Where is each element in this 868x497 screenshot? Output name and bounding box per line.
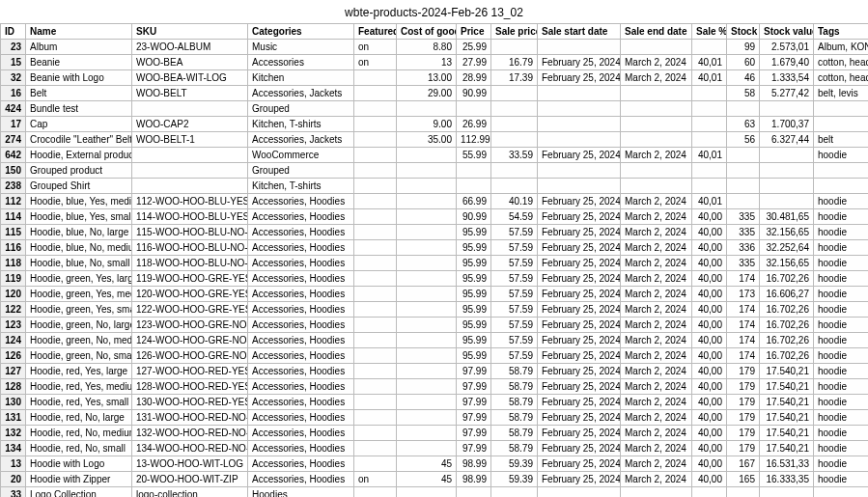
table-row[interactable]: 274Crocodile "Leather" BeltWOO-BELT-1Acc… <box>1 132 869 148</box>
cell-stock_value[interactable]: 32.252,64 <box>760 240 814 256</box>
cell-sku[interactable]: 112-WOO-HOO-BLU-YES-MED <box>132 194 248 209</box>
cell-sale_end[interactable] <box>621 132 692 148</box>
table-row[interactable]: 118Hoodie, blue, No, small118-WOO-HOO-BL… <box>1 256 869 271</box>
cell-sale_start[interactable] <box>538 132 621 148</box>
cell-stock_value[interactable] <box>760 194 814 209</box>
cell-sale_start[interactable]: February 25, 2024 <box>538 256 621 271</box>
cell-categories[interactable]: Kitchen <box>248 70 354 86</box>
cell-sale_price[interactable]: 57.59 <box>491 318 538 333</box>
cell-featured[interactable] <box>354 194 397 209</box>
cell-sale_pct[interactable]: 40,00 <box>692 441 727 456</box>
cell-featured[interactable] <box>354 395 397 410</box>
cell-categories[interactable]: Kitchen, T-shirts <box>248 179 354 194</box>
table-row[interactable]: 150Grouped productGrouped <box>1 163 869 179</box>
cell-price[interactable]: 97.99 <box>457 410 491 426</box>
cell-name[interactable]: Belt <box>26 86 132 101</box>
cell-sale_start[interactable]: February 25, 2024 <box>538 209 621 225</box>
cell-sale_start[interactable] <box>538 487 621 498</box>
cell-sale_end[interactable] <box>621 163 692 179</box>
cell-sale_pct[interactable]: 40,00 <box>692 240 727 256</box>
cell-sale_price[interactable]: 57.59 <box>491 225 538 240</box>
cell-stock_value[interactable]: 16.702,26 <box>760 318 814 333</box>
cell-featured[interactable] <box>354 132 397 148</box>
cell-id[interactable]: 127 <box>1 364 26 379</box>
cell-id[interactable]: 23 <box>1 40 26 55</box>
cell-price[interactable]: 26.99 <box>457 117 491 132</box>
cell-sale_price[interactable]: 54.59 <box>491 209 538 225</box>
cell-id[interactable]: 17 <box>1 117 26 132</box>
cell-stock[interactable]: 63 <box>727 117 760 132</box>
cell-sale_pct[interactable] <box>692 40 727 55</box>
cell-price[interactable]: 98.99 <box>457 456 491 472</box>
cell-stock_value[interactable]: 5.277,42 <box>760 86 814 101</box>
col-price[interactable]: Price <box>457 24 491 40</box>
cell-stock[interactable]: 335 <box>727 225 760 240</box>
cell-cost[interactable] <box>397 240 457 256</box>
cell-name[interactable]: Hoodie, red, Yes, medium <box>26 379 132 395</box>
cell-tags[interactable]: hoodie <box>814 456 869 472</box>
cell-sale_pct[interactable]: 40,00 <box>692 333 727 348</box>
cell-featured[interactable] <box>354 209 397 225</box>
cell-sale_price[interactable]: 58.79 <box>491 379 538 395</box>
cell-id[interactable]: 33 <box>1 487 26 498</box>
cell-sku[interactable]: 134-WOO-HOO-RED-NO-SMA <box>132 441 248 456</box>
cell-name[interactable]: Grouped product <box>26 163 132 179</box>
cell-tags[interactable] <box>814 101 869 117</box>
cell-price[interactable]: 90.99 <box>457 86 491 101</box>
cell-name[interactable]: Hoodie, blue, No, medium <box>26 240 132 256</box>
cell-sale_price[interactable] <box>491 101 538 117</box>
cell-tags[interactable]: hoodie <box>814 287 869 302</box>
table-row[interactable]: 23Album23-WOO-ALBUMMusicon8.8025.99992.5… <box>1 40 869 55</box>
cell-sale_end[interactable]: March 2, 2024 <box>621 426 692 441</box>
cell-stock_value[interactable]: 2.573,01 <box>760 40 814 55</box>
col-categories[interactable]: Categories <box>248 24 354 40</box>
cell-featured[interactable] <box>354 348 397 364</box>
cell-categories[interactable]: Accessories, Jackets <box>248 86 354 101</box>
cell-sale_pct[interactable] <box>692 101 727 117</box>
cell-stock_value[interactable] <box>760 163 814 179</box>
cell-tags[interactable]: hoodie <box>814 271 869 287</box>
cell-sale_price[interactable]: 17.39 <box>491 70 538 86</box>
cell-stock_value[interactable]: 1.679,40 <box>760 55 814 70</box>
cell-tags[interactable]: hoodie <box>814 302 869 318</box>
cell-featured[interactable] <box>354 302 397 318</box>
cell-price[interactable]: 95.99 <box>457 240 491 256</box>
cell-featured[interactable] <box>354 271 397 287</box>
cell-tags[interactable]: hoodie <box>814 348 869 364</box>
cell-categories[interactable]: Accessories, Hoodies <box>248 333 354 348</box>
cell-name[interactable]: Hoodie with Logo <box>26 456 132 472</box>
cell-cost[interactable] <box>397 487 457 498</box>
cell-cost[interactable] <box>397 441 457 456</box>
col-tags[interactable]: Tags <box>814 24 869 40</box>
cell-tags[interactable]: hoodie <box>814 225 869 240</box>
cell-cost[interactable]: 35.00 <box>397 132 457 148</box>
cell-name[interactable]: Hoodie, External product <box>26 148 132 163</box>
col-featured[interactable]: Featured <box>354 24 397 40</box>
cell-sale_price[interactable]: 58.79 <box>491 410 538 426</box>
cell-categories[interactable]: Accessories, Hoodies <box>248 379 354 395</box>
cell-sale_price[interactable] <box>491 487 538 498</box>
cell-categories[interactable]: Accessories, Hoodies <box>248 441 354 456</box>
cell-name[interactable]: Hoodie, green, No, large <box>26 318 132 333</box>
cell-id[interactable]: 115 <box>1 225 26 240</box>
table-row[interactable]: 131Hoodie, red, No, large131-WOO-HOO-RED… <box>1 410 869 426</box>
cell-sale_price[interactable] <box>491 117 538 132</box>
col-sku[interactable]: SKU <box>132 24 248 40</box>
cell-sale_start[interactable]: February 25, 2024 <box>538 271 621 287</box>
cell-tags[interactable]: hoodie <box>814 194 869 209</box>
cell-sale_start[interactable]: February 25, 2024 <box>538 333 621 348</box>
cell-sku[interactable]: 122-WOO-HOO-GRE-YES-SMA <box>132 302 248 318</box>
cell-sale_pct[interactable]: 40,00 <box>692 271 727 287</box>
cell-cost[interactable] <box>397 364 457 379</box>
cell-sale_end[interactable] <box>621 86 692 101</box>
cell-stock[interactable]: 58 <box>727 86 760 101</box>
cell-name[interactable]: Cap <box>26 117 132 132</box>
col-cost[interactable]: Cost of goods <box>397 24 457 40</box>
cell-id[interactable]: 120 <box>1 287 26 302</box>
cell-name[interactable]: Hoodie, red, No, medium <box>26 426 132 441</box>
cell-categories[interactable]: Kitchen, T-shirts <box>248 117 354 132</box>
cell-sale_pct[interactable]: 40,00 <box>692 395 727 410</box>
cell-id[interactable]: 130 <box>1 395 26 410</box>
cell-id[interactable]: 134 <box>1 441 26 456</box>
cell-price[interactable]: 95.99 <box>457 256 491 271</box>
